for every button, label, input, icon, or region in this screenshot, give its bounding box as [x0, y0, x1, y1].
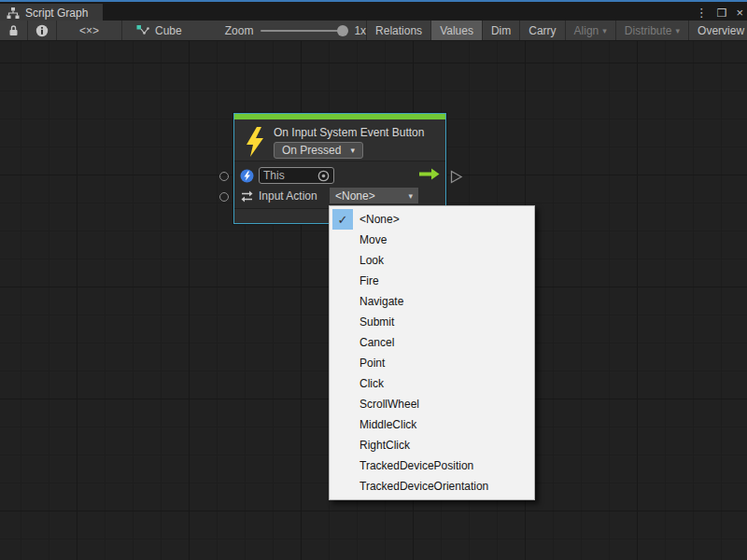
flow-arrow-icon	[419, 168, 440, 180]
menu-item-label: Fire	[359, 274, 379, 287]
button-label: Values	[440, 24, 473, 37]
menu-item-label: Navigate	[359, 295, 403, 308]
menu-item-move[interactable]: Move	[330, 230, 534, 250]
button-label: Align	[574, 24, 599, 37]
event-selector-dropdown[interactable]: On Pressed ▾	[274, 142, 363, 159]
menu-item-label: <None>	[359, 213, 400, 226]
kebab-menu-icon[interactable]: ⋮	[696, 4, 708, 22]
this-object-field[interactable]: This	[259, 167, 334, 184]
zoom-slider[interactable]	[261, 30, 346, 32]
graph-breadcrumb[interactable]: Cube	[135, 23, 182, 38]
toolbar-left-group: <×>	[0, 21, 122, 40]
menu-item-scrollwheel[interactable]: ScrollWheel	[330, 394, 534, 414]
tab-bar: Script Graph ⋮ ❒ ×	[0, 0, 747, 21]
graph-canvas[interactable]: On Input System Event Button On Pressed …	[0, 41, 747, 560]
flow-output-port[interactable]	[450, 170, 463, 184]
input-action-label: Input Action	[259, 189, 317, 203]
toolbar-right-group: Relations Values Dim Carry Align▾ Distri…	[367, 21, 747, 40]
button-label: Relations	[375, 24, 422, 37]
menu-item-trackeddeviceposition[interactable]: TrackedDevicePosition	[330, 455, 534, 476]
menu-item-rightclick[interactable]: RightClick	[330, 435, 534, 455]
tab-script-graph[interactable]: Script Graph	[0, 4, 103, 22]
menu-item-none[interactable]: ✓ <None>	[330, 209, 534, 230]
object-picker-icon[interactable]	[317, 170, 330, 182]
input-action-input-port[interactable]	[219, 192, 229, 202]
input-action-type-icon	[240, 189, 254, 203]
button-label: Carry	[529, 24, 556, 37]
lock-button[interactable]	[0, 21, 28, 40]
menu-item-middleclick[interactable]: MiddleClick	[330, 414, 534, 435]
this-input-port[interactable]	[219, 172, 229, 181]
gameobject-type-icon	[240, 169, 254, 183]
zoom-control: Zoom 1x	[225, 24, 366, 37]
button-label: Overview	[698, 24, 744, 37]
dim-button[interactable]: Dim	[483, 21, 520, 40]
menu-item-label: Move	[359, 233, 387, 246]
menu-item-label: Click	[359, 377, 384, 390]
graph-object-icon	[135, 23, 150, 38]
graph-name: Cube	[155, 24, 182, 37]
button-label: Distribute	[625, 24, 672, 37]
input-action-dropdown[interactable]: <None> ▾	[330, 188, 418, 203]
chevron-down-icon: ▾	[408, 191, 413, 201]
menu-item-look[interactable]: Look	[330, 250, 534, 271]
this-field-value: This	[263, 169, 285, 182]
menu-item-trackeddeviceorientation[interactable]: TrackedDeviceOrientation	[330, 476, 534, 497]
zoom-label: Zoom	[225, 24, 254, 37]
menu-item-label: Submit	[359, 315, 394, 329]
menu-item-fire[interactable]: Fire	[330, 271, 534, 291]
close-icon[interactable]: ×	[736, 4, 743, 22]
checkmark-icon: ✓	[332, 209, 353, 230]
node-body: This	[234, 161, 445, 208]
menu-item-navigate[interactable]: Navigate	[330, 291, 534, 312]
lock-icon	[7, 24, 20, 36]
menu-item-label: Look	[359, 254, 384, 267]
overview-button[interactable]: Overview	[689, 21, 747, 40]
relations-button[interactable]: Relations	[367, 21, 431, 40]
menu-item-click[interactable]: Click	[330, 373, 534, 394]
chevron-down-icon: ▾	[350, 146, 355, 155]
event-selector-value: On Pressed	[282, 144, 341, 157]
node-header[interactable]: On Input System Event Button On Pressed …	[234, 119, 445, 161]
carry-button[interactable]: Carry	[520, 21, 565, 40]
input-action-menu: ✓ <None> Move Look Fire Navigate Submit …	[329, 205, 535, 500]
menu-item-label: RightClick	[359, 439, 410, 452]
tab-title: Script Graph	[25, 7, 88, 20]
menu-item-label: ScrollWheel	[359, 398, 419, 411]
input-action-row: Input Action <None> ▾	[234, 188, 445, 204]
event-bolt-icon	[245, 127, 265, 157]
code-preview-button[interactable]: <×>	[57, 21, 122, 40]
menu-item-label: MiddleClick	[359, 418, 416, 431]
check-glyph: ✓	[338, 213, 348, 227]
info-button[interactable]	[28, 21, 57, 40]
menu-item-label: Cancel	[359, 336, 394, 349]
menu-item-label: TrackedDevicePosition	[359, 459, 473, 472]
unity-visual-scripting-window: Script Graph ⋮ ❒ ×	[0, 0, 747, 560]
node-title: On Input System Event Button	[274, 126, 424, 139]
script-graph-icon	[7, 7, 20, 20]
graph-toolbar: <×> Cube Zoom 1x Relatio	[0, 21, 747, 41]
zoom-slider-knob[interactable]	[337, 25, 348, 36]
chevron-down-icon: ▾	[676, 26, 681, 35]
toolbar-middle: Cube Zoom 1x	[122, 21, 367, 40]
chevron-down-icon: ▾	[602, 26, 607, 35]
code-icon: <×>	[79, 24, 99, 37]
menu-item-label: Point	[359, 357, 385, 370]
menu-item-label: TrackedDeviceOrientation	[359, 480, 488, 493]
menu-item-submit[interactable]: Submit	[330, 312, 534, 332]
window-controls: ⋮ ❒ ×	[696, 4, 743, 22]
info-icon	[35, 24, 49, 37]
zoom-level: 1x	[354, 24, 366, 37]
distribute-button[interactable]: Distribute▾	[616, 21, 689, 40]
values-button[interactable]: Values	[431, 21, 483, 40]
this-port-row: This	[234, 166, 445, 185]
button-label: Dim	[491, 24, 511, 37]
input-action-value: <None>	[335, 189, 375, 203]
menu-item-cancel[interactable]: Cancel	[330, 332, 534, 353]
maximize-icon[interactable]: ❒	[717, 4, 727, 22]
align-button[interactable]: Align▾	[566, 21, 616, 40]
menu-item-point[interactable]: Point	[330, 353, 534, 373]
